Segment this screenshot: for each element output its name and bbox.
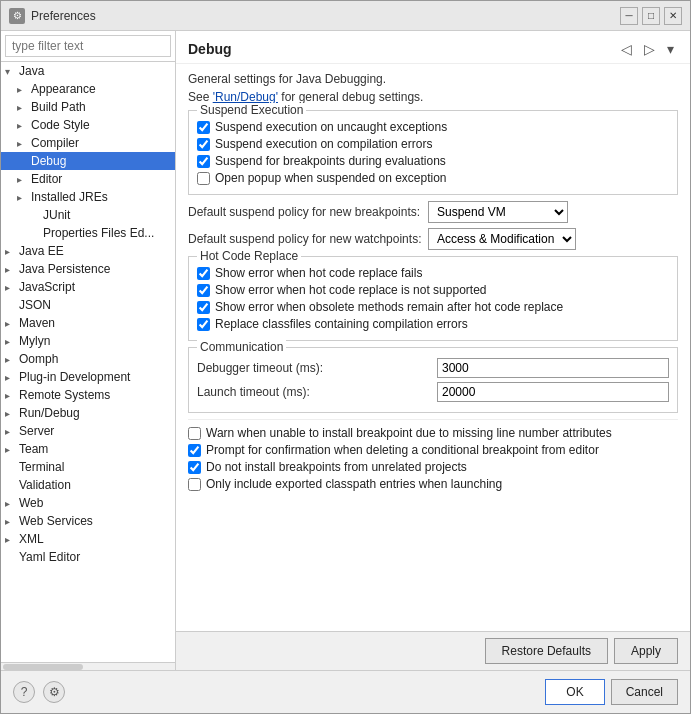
sidebar-item-installed-jres[interactable]: ▸Installed JREs (1, 188, 175, 206)
tree-arrow-code-style: ▸ (17, 120, 29, 131)
tree-label-appearance: Appearance (31, 82, 96, 96)
sidebar-item-java[interactable]: ▾Java (1, 62, 175, 80)
sidebar-item-yaml-editor[interactable]: Yaml Editor (1, 548, 175, 566)
horizontal-scrollbar[interactable] (1, 662, 175, 670)
close-button[interactable]: ✕ (664, 7, 682, 25)
comm-label: Communication (197, 340, 286, 354)
checkbox-label-cb1: Suspend execution on uncaught exceptions (215, 120, 447, 134)
check-row-cb3: Suspend for breakpoints during evaluatio… (197, 154, 669, 168)
sidebar-item-appearance[interactable]: ▸Appearance (1, 80, 175, 98)
tree-arrow-oomph: ▸ (5, 354, 17, 365)
checkbox-cb3[interactable] (197, 155, 210, 168)
tree-label-editor: Editor (31, 172, 62, 186)
cancel-button[interactable]: Cancel (611, 679, 678, 705)
watchpoint-policy-row: Default suspend policy for new watchpoin… (188, 228, 678, 250)
tree-label-plugin-development: Plug-in Development (19, 370, 130, 384)
sidebar-item-debug[interactable]: Debug (1, 152, 175, 170)
checkbox-bc4[interactable] (188, 478, 201, 491)
debugger-timeout-row: Debugger timeout (ms): (197, 358, 669, 378)
panel-footer: Restore Defaults Apply (176, 631, 690, 670)
tree-label-properties: Properties Files Ed... (43, 226, 154, 240)
general-text: General settings for Java Debugging. (188, 72, 678, 86)
sidebar-item-team[interactable]: ▸Team (1, 440, 175, 458)
sidebar-item-properties[interactable]: Properties Files Ed... (1, 224, 175, 242)
tree-label-build-path: Build Path (31, 100, 86, 114)
forward-button[interactable]: ▷ (640, 39, 659, 59)
sidebar-item-web-services[interactable]: ▸Web Services (1, 512, 175, 530)
bottom-checkboxes: Warn when unable to install breakpoint d… (188, 426, 678, 491)
suspend-policy-select[interactable]: Suspend VMSuspend Thread (428, 201, 568, 223)
sidebar-item-server[interactable]: ▸Server (1, 422, 175, 440)
search-input[interactable] (5, 35, 171, 57)
apply-button[interactable]: Apply (614, 638, 678, 664)
sidebar-item-xml[interactable]: ▸XML (1, 530, 175, 548)
tree-label-installed-jres: Installed JREs (31, 190, 108, 204)
tree-label-server: Server (19, 424, 54, 438)
tree-label-web-services: Web Services (19, 514, 93, 528)
checkbox-bc2[interactable] (188, 444, 201, 457)
check-row-bc3: Do not install breakpoints from unrelate… (188, 460, 678, 474)
checkbox-hc1[interactable] (197, 267, 210, 280)
sidebar-item-mylyn[interactable]: ▸Mylyn (1, 332, 175, 350)
tree-label-web: Web (19, 496, 43, 510)
divider (188, 419, 678, 420)
run-debug-link[interactable]: 'Run/Debug' (213, 90, 278, 104)
sidebar-item-junit[interactable]: JUnit (1, 206, 175, 224)
sidebar-item-validation[interactable]: Validation (1, 476, 175, 494)
restore-defaults-button[interactable]: Restore Defaults (485, 638, 608, 664)
sidebar-item-web[interactable]: ▸Web (1, 494, 175, 512)
checkbox-hc3[interactable] (197, 301, 210, 314)
back-button[interactable]: ◁ (617, 39, 636, 59)
checkbox-label-hc4: Replace classfiles containing compilatio… (215, 317, 468, 331)
checkbox-cb1[interactable] (197, 121, 210, 134)
sidebar-item-json[interactable]: JSON (1, 296, 175, 314)
tree-label-java: Java (19, 64, 44, 78)
tree-label-compiler: Compiler (31, 136, 79, 150)
launch-timeout-row: Launch timeout (ms): (197, 382, 669, 402)
sidebar-item-oomph[interactable]: ▸Oomph (1, 350, 175, 368)
sidebar-item-terminal[interactable]: Terminal (1, 458, 175, 476)
tree-label-java-ee: Java EE (19, 244, 64, 258)
checkbox-hc2[interactable] (197, 284, 210, 297)
tree-arrow-xml: ▸ (5, 534, 17, 545)
tree-arrow-installed-jres: ▸ (17, 192, 29, 203)
window-footer: ? ⚙ OK Cancel (1, 670, 690, 713)
sidebar-item-code-style[interactable]: ▸Code Style (1, 116, 175, 134)
checkbox-bc3[interactable] (188, 461, 201, 474)
suspend-policy-label: Default suspend policy for new breakpoin… (188, 205, 428, 219)
tree-arrow-remote-systems: ▸ (5, 390, 17, 401)
window-title: Preferences (31, 9, 96, 23)
tree-label-maven: Maven (19, 316, 55, 330)
settings-icon[interactable]: ⚙ (43, 681, 65, 703)
sidebar-item-javascript[interactable]: ▸JavaScript (1, 278, 175, 296)
debugger-timeout-input[interactable] (437, 358, 669, 378)
sidebar-item-compiler[interactable]: ▸Compiler (1, 134, 175, 152)
sidebar-item-plugin-development[interactable]: ▸Plug-in Development (1, 368, 175, 386)
checkbox-cb2[interactable] (197, 138, 210, 151)
checkbox-cb4[interactable] (197, 172, 210, 185)
help-icon[interactable]: ? (13, 681, 35, 703)
watchpoint-policy-select[interactable]: Access & ModificationAccessModification (428, 228, 576, 250)
sidebar-item-remote-systems[interactable]: ▸Remote Systems (1, 386, 175, 404)
ok-button[interactable]: OK (545, 679, 604, 705)
sidebar-item-java-persistence[interactable]: ▸Java Persistence (1, 260, 175, 278)
tree-label-javascript: JavaScript (19, 280, 75, 294)
tree-arrow-run-debug: ▸ (5, 408, 17, 419)
title-controls: ─ □ ✕ (620, 7, 682, 25)
checkbox-label-bc1: Warn when unable to install breakpoint d… (206, 426, 612, 440)
tree-arrow-team: ▸ (5, 444, 17, 455)
checkbox-hc4[interactable] (197, 318, 210, 331)
sidebar-item-editor[interactable]: ▸Editor (1, 170, 175, 188)
dropdown-button[interactable]: ▾ (663, 39, 678, 59)
sidebar-item-run-debug[interactable]: ▸Run/Debug (1, 404, 175, 422)
launch-timeout-input[interactable] (437, 382, 669, 402)
tree-arrow-appearance: ▸ (17, 84, 29, 95)
sidebar-item-java-ee[interactable]: ▸Java EE (1, 242, 175, 260)
minimize-button[interactable]: ─ (620, 7, 638, 25)
tree-label-yaml-editor: Yaml Editor (19, 550, 80, 564)
maximize-button[interactable]: □ (642, 7, 660, 25)
checkbox-bc1[interactable] (188, 427, 201, 440)
sidebar-item-build-path[interactable]: ▸Build Path (1, 98, 175, 116)
sidebar-item-maven[interactable]: ▸Maven (1, 314, 175, 332)
tree-label-team: Team (19, 442, 48, 456)
